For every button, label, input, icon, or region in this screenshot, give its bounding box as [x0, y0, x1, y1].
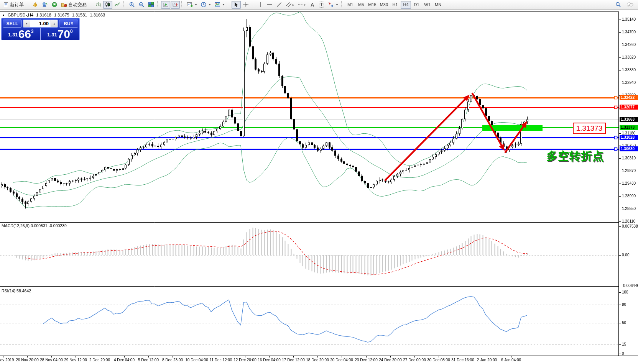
auto-trading-icon — [61, 2, 67, 8]
separator — [252, 1, 254, 8]
toolbar: 新订单 自动交易 — [0, 0, 638, 10]
crosshair-icon — [243, 2, 249, 8]
ohlc-close: 1.31663 — [90, 13, 105, 17]
text-button[interactable]: A — [308, 1, 317, 9]
chart-shift-icon — [172, 2, 178, 8]
auto-scroll-button[interactable] — [161, 1, 170, 9]
chat-icon — [626, 2, 633, 8]
separator — [341, 1, 343, 8]
buy-price-big: 70 — [58, 29, 70, 39]
rsi-label: RSI(14) 58.4642 — [2, 289, 31, 293]
price-callout-label[interactable]: 1.31373 — [573, 123, 606, 134]
zoom-in-icon — [129, 2, 135, 8]
templates-button[interactable] — [213, 1, 226, 9]
fibonacci-icon — [298, 2, 304, 8]
equidistant-channel-icon — [286, 2, 292, 8]
equidistant-channel-button[interactable]: E — [284, 1, 296, 9]
timeframe-m30[interactable]: M30 — [378, 1, 390, 9]
timeframe-m1[interactable]: M1 — [345, 1, 355, 9]
candlestick-chart-icon — [105, 2, 111, 8]
horizontal-line-button[interactable] — [265, 1, 274, 9]
buy-price[interactable]: 1.31 70 0 — [41, 28, 79, 40]
buy-button[interactable]: BUY — [59, 20, 78, 28]
tile-windows-button[interactable] — [146, 1, 156, 9]
news-button[interactable] — [50, 1, 59, 9]
sell-price-big: 66 — [18, 29, 31, 39]
timeframe-h4[interactable]: H4 — [401, 1, 411, 9]
turning-point-annotation: 多空转折点 — [546, 149, 604, 164]
horizontal-line-icon — [266, 2, 273, 8]
templates-icon — [214, 2, 220, 8]
vertical-line-button[interactable] — [256, 1, 265, 9]
search-icon — [615, 2, 621, 8]
channel-letter: E — [292, 3, 294, 7]
fibonacci-button[interactable]: F — [296, 1, 307, 9]
separator — [157, 1, 159, 8]
timeframe-d1[interactable]: D1 — [411, 1, 422, 9]
periods-caret — [209, 4, 211, 5]
new-chart-icon — [187, 2, 193, 8]
rsi-name: RSI(14) — [2, 289, 15, 293]
text-icon: A — [311, 2, 314, 8]
chart-surface[interactable] — [0, 0, 638, 364]
zoom-in-button[interactable] — [127, 1, 136, 9]
new-chart-button[interactable] — [185, 1, 199, 9]
ohlc-open: 1.31618 — [36, 13, 51, 17]
macd-value-main: 0.000531 — [31, 223, 48, 228]
bar-chart-button[interactable] — [94, 1, 103, 9]
text-label-icon: T — [319, 2, 324, 8]
symbol-period: GBPUSD-,H4 — [8, 13, 33, 17]
fibonacci-letter: F — [304, 3, 306, 7]
search-button[interactable] — [613, 1, 623, 9]
arrows-button[interactable] — [326, 1, 340, 9]
separator — [181, 1, 183, 8]
cursor-icon — [233, 2, 239, 8]
buy-price-pip: 0 — [70, 29, 73, 34]
volume-decrease-button[interactable]: ▾ — [23, 20, 30, 27]
toolbar-right-group — [613, 1, 636, 9]
rsi-value: 58.4642 — [16, 289, 31, 293]
line-chart-button[interactable] — [113, 1, 122, 9]
periods-button[interactable] — [199, 1, 212, 9]
market-button[interactable] — [31, 1, 40, 9]
timeframe-group: M1M5M15M30H1H4D1W1MN — [345, 1, 443, 9]
ohlc-low: 1.31581 — [72, 13, 87, 17]
chart-shift-button[interactable] — [171, 1, 180, 9]
arrows-caret — [336, 4, 338, 5]
separator — [90, 1, 92, 8]
timeframe-m5[interactable]: M5 — [356, 1, 366, 9]
timeframe-h1[interactable]: H1 — [390, 1, 400, 9]
sell-price-pip: 3 — [31, 29, 34, 34]
timeframe-mn[interactable]: MN — [433, 1, 443, 9]
volume-input[interactable]: 1.00 — [30, 20, 51, 27]
sell-price[interactable]: 1.31 66 3 — [2, 28, 41, 40]
ohlc-high: 1.31675 — [54, 13, 69, 17]
auto-trading-button[interactable]: 自动交易 — [59, 1, 88, 9]
new-order-button[interactable]: 新订单 — [2, 1, 25, 9]
candlestick-chart-button[interactable] — [103, 1, 112, 9]
timeframe-w1[interactable]: W1 — [422, 1, 432, 9]
zoom-out-button[interactable] — [137, 1, 146, 9]
separator — [228, 1, 230, 8]
auto-trading-label: 自动交易 — [68, 2, 87, 8]
vertical-line-icon — [258, 2, 263, 8]
templates-caret — [222, 4, 225, 5]
text-label-button[interactable]: T — [317, 1, 326, 9]
volume-stepper: ▾ 1.00 ▴ — [23, 20, 58, 28]
separator — [27, 1, 29, 8]
chat-button[interactable] — [625, 1, 635, 9]
timeframe-m15[interactable]: M15 — [367, 1, 378, 9]
signals-button[interactable] — [40, 1, 49, 9]
signals-icon — [42, 2, 48, 8]
volume-increase-button[interactable]: ▴ — [51, 20, 58, 27]
clock-icon — [201, 2, 207, 8]
macd-name: MACD(12,26,9) — [2, 223, 30, 228]
new-order-label: 新订单 — [10, 2, 24, 8]
crosshair-button[interactable] — [241, 1, 250, 9]
news-icon — [51, 2, 58, 8]
sell-button[interactable]: SELL — [3, 20, 22, 28]
new-order-icon — [3, 2, 9, 8]
cursor-button[interactable] — [232, 1, 241, 9]
trendline-button[interactable] — [275, 1, 284, 9]
macd-value-signal: -0.000239 — [49, 223, 67, 228]
